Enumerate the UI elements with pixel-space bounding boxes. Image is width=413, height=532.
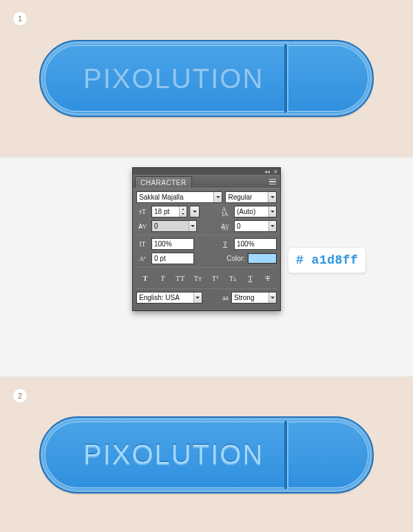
step-number-1: 1 <box>12 11 28 26</box>
tracking-input[interactable] <box>235 221 268 231</box>
font-size-icon: тT <box>136 206 149 217</box>
separator <box>136 235 277 235</box>
language-input[interactable] <box>137 292 193 303</box>
chevron-down-icon[interactable] <box>268 206 276 217</box>
text-color-swatch[interactable] <box>248 253 277 264</box>
pixolution-button-2: PIXOLUTION <box>39 416 374 493</box>
chevron-down-icon[interactable] <box>190 206 199 217</box>
color-swatch-callout: # a1d8ff <box>288 247 366 273</box>
font-style-input[interactable] <box>226 192 268 202</box>
preview-step-1: 1 PIXOLUTION <box>0 0 413 157</box>
kerning-select[interactable] <box>151 220 197 232</box>
vscale-icon: IT <box>136 239 149 250</box>
pixolution-button-1: PIXOLUTION <box>39 40 374 117</box>
subscript-button[interactable]: T₁ <box>226 273 239 284</box>
underline-button[interactable]: T <box>244 273 257 284</box>
chevron-down-icon[interactable] <box>213 192 222 202</box>
hscale-input[interactable] <box>235 239 276 249</box>
leading-icon: AIA <box>219 206 231 217</box>
button-divider <box>284 421 287 489</box>
tracking-icon: A͟V <box>219 221 231 232</box>
chevron-down-icon[interactable] <box>268 292 276 303</box>
font-style-select[interactable] <box>225 191 277 203</box>
kerning-icon: A̷V <box>136 221 149 232</box>
settings-region: # a1d8ff ◂◂ ✕ CHARACTER тT <box>0 157 413 377</box>
character-panel: ◂◂ ✕ CHARACTER тT <box>132 167 281 311</box>
chevron-down-icon[interactable] <box>268 192 276 202</box>
font-size-stepper[interactable] <box>151 206 187 217</box>
vscale-input-box[interactable] <box>151 238 194 250</box>
panel-tabbar: CHARACTER <box>133 175 280 188</box>
separator <box>136 288 277 289</box>
baseline-input-box[interactable] <box>151 253 194 264</box>
antialias-select[interactable] <box>231 292 277 304</box>
panel-menu-icon[interactable] <box>268 178 277 186</box>
button-divider <box>284 44 287 113</box>
leading-select[interactable] <box>234 206 277 217</box>
tracking-select[interactable] <box>234 220 277 232</box>
font-size-input[interactable] <box>152 206 179 217</box>
smallcaps-button[interactable]: Tт <box>191 273 204 284</box>
baseline-input[interactable] <box>152 253 193 264</box>
superscript-button[interactable]: T¹ <box>209 273 222 284</box>
antialias-icon: aa <box>222 294 229 301</box>
tab-character[interactable]: CHARACTER <box>135 176 192 188</box>
step-number-2: 2 <box>12 388 28 403</box>
allcaps-button[interactable]: TT <box>174 273 187 284</box>
font-size-dropdown[interactable] <box>190 206 200 217</box>
vscale-input[interactable] <box>152 239 193 249</box>
opentype-row: T T TT Tт T¹ T₁ T T <box>136 270 277 286</box>
color-label: Color: <box>226 255 245 262</box>
antialias-input[interactable] <box>232 292 268 303</box>
button-label-1: PIXOLUTION <box>83 63 264 94</box>
faux-bold-button[interactable]: T <box>139 273 151 284</box>
baseline-icon: Aª <box>136 253 149 264</box>
strikethrough-button[interactable]: T <box>262 273 274 284</box>
stepper-icon[interactable] <box>179 206 187 217</box>
faux-italic-button[interactable]: T <box>156 273 169 284</box>
separator <box>136 267 277 268</box>
preview-step-2: 2 PIXOLUTION <box>0 377 413 532</box>
close-icon[interactable]: ✕ <box>272 169 279 175</box>
button-label-2: PIXOLUTION <box>83 439 264 470</box>
panel-handle: ◂◂ ✕ <box>133 168 280 175</box>
panel-body: тT AIA A̷V A͟V <box>133 188 280 310</box>
hscale-icon: T <box>219 239 231 250</box>
font-family-select[interactable] <box>136 191 222 203</box>
collapse-icon[interactable]: ◂◂ <box>264 169 271 175</box>
kerning-input[interactable] <box>152 221 189 231</box>
font-family-input[interactable] <box>137 192 213 202</box>
chevron-down-icon[interactable] <box>268 221 276 231</box>
chevron-down-icon[interactable] <box>193 292 202 303</box>
leading-input[interactable] <box>235 206 268 217</box>
chevron-down-icon[interactable] <box>189 221 196 231</box>
hscale-input-box[interactable] <box>234 238 277 250</box>
language-select[interactable] <box>136 292 202 304</box>
